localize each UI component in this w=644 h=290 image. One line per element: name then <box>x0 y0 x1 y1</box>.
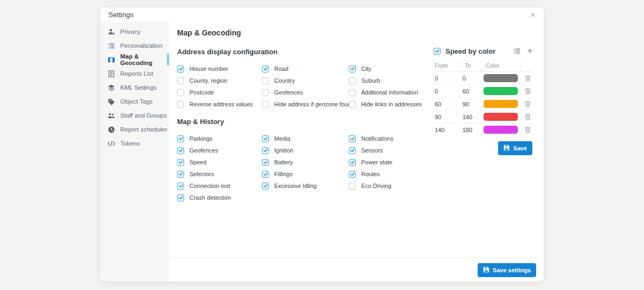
checked-checkbox[interactable] <box>177 194 184 201</box>
save-settings-button[interactable]: Save settings <box>478 263 536 277</box>
color-swatch[interactable] <box>484 113 518 121</box>
trash-icon[interactable] <box>521 88 531 95</box>
checkbox-item-eco-driving[interactable]: Eco Driving <box>349 183 439 190</box>
checkbox-item-geofences[interactable]: Geofences <box>177 147 262 154</box>
speed-range-row: 6090 <box>434 98 532 111</box>
range-to-value[interactable]: 140 <box>462 111 482 124</box>
trash-icon[interactable] <box>521 100 531 107</box>
range-to-value[interactable]: 180 <box>462 124 482 136</box>
unchecked-checkbox[interactable] <box>177 89 184 96</box>
speed-range-row: 140180 <box>434 124 532 136</box>
sidebar-item-object-tags[interactable]: Object Tags <box>100 95 169 108</box>
checked-checkbox[interactable] <box>349 159 356 166</box>
checkbox-item-suburb[interactable]: Suburb <box>349 77 439 84</box>
checked-checkbox[interactable] <box>177 135 184 142</box>
checkbox-item-battery[interactable]: Battery <box>262 159 349 166</box>
checked-checkbox[interactable] <box>262 183 269 190</box>
checked-checkbox[interactable] <box>262 66 269 73</box>
sidebar-item-reports-list[interactable]: Reports List <box>100 67 169 81</box>
checkbox-label: Postcode <box>189 89 214 96</box>
add-range-icon[interactable]: + <box>528 47 532 55</box>
checked-checkbox[interactable] <box>349 135 356 142</box>
checked-checkbox[interactable] <box>177 183 184 190</box>
range-from-value[interactable]: 90 <box>434 111 462 124</box>
checkbox-item-excessive-idling[interactable]: Excessive Idling <box>262 183 349 190</box>
checkbox-item-county-region[interactable]: County, region <box>177 77 262 84</box>
unchecked-checkbox[interactable] <box>262 101 269 108</box>
checkbox-item-routes[interactable]: Routes <box>349 171 439 178</box>
checkbox-item-fillings[interactable]: Fillings <box>262 171 349 178</box>
checkbox-item-media[interactable]: Media <box>262 135 349 142</box>
checkbox-item-notifications[interactable]: Notifications <box>349 135 439 142</box>
checked-checkbox[interactable] <box>349 171 356 178</box>
checked-checkbox[interactable] <box>349 66 356 73</box>
checkbox-item-house-number[interactable]: House number <box>177 66 262 73</box>
checked-checkbox[interactable] <box>262 171 269 178</box>
range-from-value[interactable]: 0 <box>434 85 462 98</box>
checkbox-label: Country <box>274 77 295 84</box>
unchecked-checkbox[interactable] <box>349 101 356 108</box>
checked-checkbox[interactable] <box>262 159 269 166</box>
range-from-value[interactable]: 140 <box>434 124 462 136</box>
trash-icon[interactable] <box>521 113 531 120</box>
unchecked-checkbox[interactable] <box>349 89 356 96</box>
list-icon[interactable] <box>513 47 521 55</box>
range-to-value[interactable]: 90 <box>462 98 482 111</box>
checkbox-item-parkings[interactable]: Parkings <box>177 135 262 142</box>
checked-checkbox[interactable] <box>349 147 356 154</box>
checkbox-item-geofences[interactable]: Geofences <box>262 89 349 96</box>
checkbox-item-speed[interactable]: Speed <box>177 159 262 166</box>
checkbox-item-country[interactable]: Country <box>262 77 349 84</box>
range-from-value[interactable]: 0 <box>434 72 462 85</box>
range-to-value[interactable]: 60 <box>462 85 482 98</box>
checked-checkbox[interactable] <box>262 147 269 154</box>
trash-icon[interactable] <box>521 75 531 82</box>
checkbox-label: Reverse address values <box>189 101 253 107</box>
speed-by-color-checkbox[interactable] <box>434 48 441 55</box>
sidebar-item-map-geocoding[interactable]: Map & Geocoding <box>100 53 169 67</box>
sidebar-item-personalization[interactable]: Personalization <box>100 39 169 53</box>
checkbox-item-additional-information[interactable]: Additional information <box>349 89 439 96</box>
unchecked-checkbox[interactable] <box>349 77 356 84</box>
color-swatch[interactable] <box>484 100 518 108</box>
sidebar-item-privacy[interactable]: Privacy <box>100 25 169 39</box>
checked-checkbox[interactable] <box>177 159 184 166</box>
checkbox-item-road[interactable]: Road <box>262 66 349 73</box>
close-icon[interactable]: ✕ <box>530 12 536 18</box>
checked-checkbox[interactable] <box>262 135 269 142</box>
checkbox-item-connection-lost[interactable]: Connection lost <box>177 183 262 190</box>
unchecked-checkbox[interactable] <box>177 77 184 84</box>
checkbox-item-power-state[interactable]: Power state <box>349 159 439 166</box>
range-from-value[interactable]: 60 <box>434 98 462 111</box>
color-swatch[interactable] <box>484 126 518 134</box>
checked-checkbox[interactable] <box>177 171 184 178</box>
checkbox-item-postcode[interactable]: Postcode <box>177 89 262 96</box>
settings-content: Map & Geocoding Address display configur… <box>169 22 544 281</box>
checkbox-item-reverse-address-values[interactable]: Reverse address values <box>177 101 262 108</box>
checkbox-grid: ParkingsMediaNotificationsGeofencesIgnit… <box>177 133 429 204</box>
column-header-to: To <box>462 61 482 72</box>
checkbox-item-ignition[interactable]: Ignition <box>262 147 349 154</box>
color-swatch[interactable] <box>484 74 518 82</box>
checkbox-item-crash-detection[interactable]: Crash detection <box>177 194 262 201</box>
checked-checkbox[interactable] <box>177 66 184 73</box>
sidebar-item-staff-and-groups[interactable]: Staff and Groups <box>100 108 169 122</box>
speed-save-button[interactable]: Save <box>498 141 532 155</box>
sidebar-item-tokens[interactable]: Tokens <box>100 136 169 150</box>
checkbox-label: Fillings <box>274 171 292 177</box>
checkbox-item-hide-links-in-addresses[interactable]: Hide links in addresses <box>349 101 439 108</box>
unchecked-checkbox[interactable] <box>177 101 184 108</box>
checkbox-item-selectors[interactable]: Selectors <box>177 171 262 178</box>
range-to-value[interactable]: 0 <box>462 72 482 85</box>
sidebar-item-report-scheduler[interactable]: Report scheduler <box>100 122 169 136</box>
checkbox-item-hide-address-if-geozone-found[interactable]: Hide address if geozone found <box>262 101 349 108</box>
checked-checkbox[interactable] <box>177 147 184 154</box>
checkbox-item-sensors[interactable]: Sensors <box>349 147 439 154</box>
trash-icon[interactable] <box>521 126 531 133</box>
sidebar-item-kml-settings[interactable]: KML Settings <box>100 81 169 95</box>
unchecked-checkbox[interactable] <box>262 89 269 96</box>
unchecked-checkbox[interactable] <box>262 77 269 84</box>
color-swatch[interactable] <box>484 87 518 95</box>
unchecked-checkbox[interactable] <box>349 183 356 190</box>
checkbox-item-city[interactable]: City <box>349 66 439 73</box>
